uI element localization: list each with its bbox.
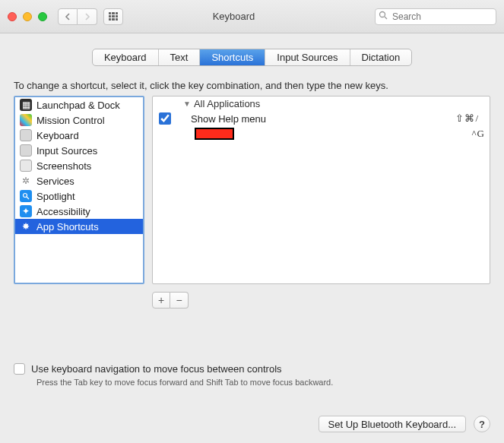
tab-shortcuts[interactable]: Shortcuts xyxy=(200,49,265,65)
category-label: Services xyxy=(36,176,74,187)
nav-buttons xyxy=(58,8,97,25)
category-launchpad[interactable]: ▦Launchpad & Dock xyxy=(15,97,143,112)
mission-control-icon xyxy=(20,114,32,126)
category-label: Spotlight xyxy=(36,191,75,202)
input-sources-icon xyxy=(20,144,32,157)
category-label: Mission Control xyxy=(36,115,105,126)
category-screenshots[interactable]: Screenshots xyxy=(15,158,143,173)
keyboard-navigation-label: Use keyboard navigation to move focus be… xyxy=(31,363,282,375)
tab-keyboard[interactable]: Keyboard xyxy=(93,49,159,65)
shortcut-row[interactable]: ^G xyxy=(153,126,490,141)
keyboard-navigation-subtext: Press the Tab key to move focus forward … xyxy=(36,378,490,387)
category-services[interactable]: ✲Services xyxy=(15,173,143,188)
keyboard-icon xyxy=(20,129,32,141)
services-icon: ✲ xyxy=(20,175,32,187)
category-label: App Shortcuts xyxy=(36,221,99,233)
launchpad-icon: ▦ xyxy=(20,99,32,111)
window-controls xyxy=(8,12,47,21)
category-app-shortcuts[interactable]: ✸App Shortcuts xyxy=(15,219,143,234)
screenshots-icon xyxy=(20,160,32,172)
tab-segment: Keyboard Text Shortcuts Input Sources Di… xyxy=(92,49,412,66)
shortcut-list[interactable]: ▼ All Applications Show Help menu ⇧⌘/ ^G xyxy=(152,96,490,284)
svg-point-2 xyxy=(24,194,27,198)
category-label: Accessibility xyxy=(36,206,90,217)
bluetooth-keyboard-button[interactable]: Set Up Bluetooth Keyboard... xyxy=(319,416,466,432)
category-label: Launchpad & Dock xyxy=(36,100,120,111)
tabs-row: Keyboard Text Shortcuts Input Sources Di… xyxy=(0,33,504,75)
remove-button[interactable]: − xyxy=(170,292,189,309)
shortcut-enabled-checkbox[interactable] xyxy=(159,112,171,125)
category-keyboard[interactable]: Keyboard xyxy=(15,128,143,143)
back-button[interactable] xyxy=(58,8,78,25)
forward-button[interactable] xyxy=(78,8,97,25)
show-all-button[interactable] xyxy=(103,8,123,25)
category-accessibility[interactable]: ✦Accessibility xyxy=(15,204,143,219)
tab-input-sources[interactable]: Input Sources xyxy=(265,49,350,65)
shortcut-label: Show Help menu xyxy=(191,113,455,125)
search-icon xyxy=(379,11,388,22)
close-icon[interactable] xyxy=(8,12,17,21)
add-remove-controls: + − xyxy=(152,292,490,309)
svg-line-3 xyxy=(27,197,29,199)
tab-text[interactable]: Text xyxy=(159,49,201,65)
category-input-sources[interactable]: Input Sources xyxy=(15,143,143,158)
minimize-icon[interactable] xyxy=(23,12,32,21)
disclosure-triangle-icon[interactable]: ▼ xyxy=(183,100,191,108)
shortcut-keys: ^G xyxy=(472,128,490,140)
maximize-icon[interactable] xyxy=(38,12,47,21)
group-all-applications[interactable]: ▼ All Applications xyxy=(153,97,490,111)
keyboard-navigation-checkbox[interactable] xyxy=(14,363,25,375)
app-shortcuts-icon: ✸ xyxy=(20,220,32,233)
search-wrap xyxy=(375,8,496,25)
redacted-label xyxy=(195,128,234,140)
shortcut-row[interactable]: Show Help menu ⇧⌘/ xyxy=(153,111,490,126)
category-label: Input Sources xyxy=(36,145,97,157)
instruction-text: To change a shortcut, select it, click t… xyxy=(14,80,490,91)
category-label: Screenshots xyxy=(36,160,91,172)
shortcut-keys: ⇧⌘/ xyxy=(455,112,483,125)
keyboard-navigation-section: Use keyboard navigation to move focus be… xyxy=(14,363,490,387)
grid-icon xyxy=(109,12,118,21)
titlebar: Keyboard xyxy=(0,0,504,33)
category-spotlight[interactable]: Spotlight xyxy=(15,188,143,204)
footer: Set Up Bluetooth Keyboard... ? xyxy=(319,416,490,432)
spotlight-icon xyxy=(20,190,32,202)
accessibility-icon: ✦ xyxy=(20,205,32,217)
window-title: Keyboard xyxy=(129,11,369,22)
help-button[interactable]: ? xyxy=(474,416,490,432)
search-input[interactable] xyxy=(375,8,496,25)
category-mission-control[interactable]: Mission Control xyxy=(15,112,143,128)
add-button[interactable]: + xyxy=(152,292,170,309)
tab-dictation[interactable]: Dictation xyxy=(350,49,412,65)
svg-point-0 xyxy=(380,11,385,17)
group-label: All Applications xyxy=(194,98,260,109)
category-list[interactable]: ▦Launchpad & Dock Mission Control Keyboa… xyxy=(14,96,144,284)
svg-line-1 xyxy=(385,17,387,19)
category-label: Keyboard xyxy=(36,130,79,141)
